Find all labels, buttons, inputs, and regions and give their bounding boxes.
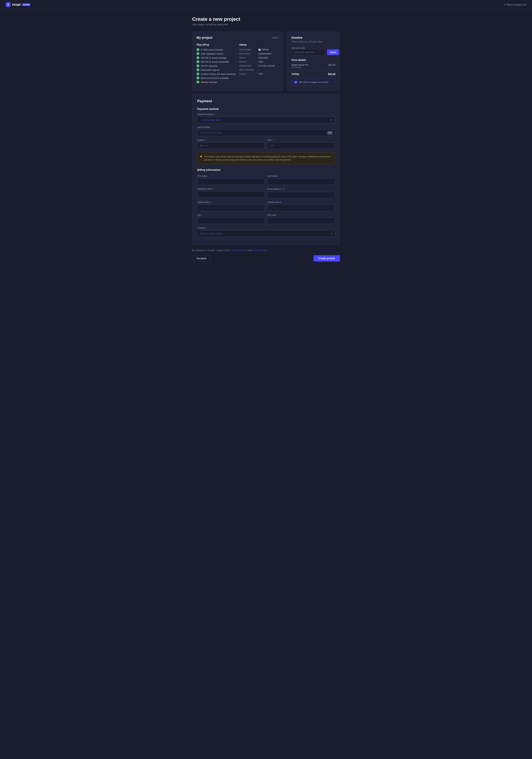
cvc-input[interactable] xyxy=(267,142,335,149)
setup-row: Repository strapi/project xyxy=(239,52,279,55)
setup-section: Setup Git provider ⬤ GitHub Repository s… xyxy=(239,43,279,85)
header: S strapi CLOUD ↺ Back to projects list xyxy=(0,0,532,9)
plan-feature-text: Multi-environment available xyxy=(201,77,229,79)
plan-title: Plan (Pro) xyxy=(197,43,237,46)
setup-row: Deployment At every commit xyxy=(239,64,279,67)
check-icon xyxy=(197,48,199,51)
address2-field: Address line 2 xyxy=(267,201,335,211)
setup-basedir-value: / xyxy=(258,68,259,71)
email-input[interactable] xyxy=(267,192,335,198)
project-card: My project Edit ✏ Plan (Pro) 5 CMS seats… xyxy=(192,31,284,91)
footer-section: By clicking on "Create", I agree to the … xyxy=(192,249,340,262)
payment-warning-box: The chosen card will be used for all pro… xyxy=(197,152,335,164)
discount-code-label: Discount code xyxy=(291,47,305,49)
plan-feature-text: 150 GB of assets storage xyxy=(201,57,227,59)
apply-button[interactable]: Apply xyxy=(327,49,339,55)
setup-row: Branch main xyxy=(239,60,279,63)
privacy-policy-link[interactable]: Privacy Policy xyxy=(253,249,267,252)
city-label: City * xyxy=(197,214,265,216)
invoice-info-box: i $99 will be charged next month. xyxy=(291,78,335,86)
check-icon xyxy=(197,72,199,75)
expires-label: Expires * xyxy=(197,139,265,141)
plan-feature-item: 1M API requests xyxy=(197,64,237,67)
footer-actions: Go back Create project xyxy=(192,255,340,262)
invoice-card: Invoice This is what you will pay today … xyxy=(287,31,340,91)
country-label: Country * xyxy=(197,227,335,229)
first-name-input[interactable] xyxy=(197,178,265,185)
expires-input[interactable] xyxy=(197,142,265,149)
plan-feature-item: Weekly backups xyxy=(197,81,237,83)
terms-of-service-link[interactable]: Terms of Service xyxy=(231,249,248,252)
address1-input[interactable] xyxy=(197,205,265,211)
card-input-wrapper xyxy=(197,130,335,136)
strapi-logo-icon: S xyxy=(6,2,11,7)
city-zip-row: City * ZIP code * xyxy=(197,214,335,224)
page-subtitle: Lets create something awesome! xyxy=(192,23,340,26)
first-name-label: First name xyxy=(197,175,265,177)
line-item-amount: $52.80 xyxy=(328,63,335,66)
last-name-input[interactable] xyxy=(267,178,335,185)
line-item-name: Strapi Cloud Pro xyxy=(291,63,308,66)
create-project-button[interactable]: Create project xyxy=(314,255,340,261)
line-item-sub: This month xyxy=(291,66,308,68)
plan-section: Plan (Pro) 5 CMS seats included 100k dat… xyxy=(197,43,237,85)
back-to-projects-link[interactable]: ↺ Back to projects list xyxy=(504,3,526,6)
dropdown-arrow-icon: ▼ xyxy=(330,119,332,121)
company-name-input[interactable] xyxy=(197,191,265,198)
project-card-header: My project Edit ✏ xyxy=(197,36,279,40)
plan-feature-text: Selectable regions xyxy=(201,69,219,71)
setup-name-value: myproject xyxy=(258,56,268,59)
check-icon xyxy=(197,56,199,59)
plan-feature-item: 5 CMS seats included xyxy=(197,48,237,51)
plan-feature-text: 5 CMS seats included xyxy=(201,48,223,51)
plan-feature-item: Multi-environment available xyxy=(197,77,237,79)
address1-field: Address line 1 * xyxy=(197,201,265,211)
payment-section: Payment Payment method Payment method * … xyxy=(192,94,340,245)
edit-label: Edit xyxy=(273,36,277,39)
total-row: TOTAL $52.80 xyxy=(291,73,335,75)
cvc-label: CVC * xyxy=(267,139,335,141)
city-input[interactable] xyxy=(197,218,265,224)
price-details-title: Price details xyxy=(291,59,335,61)
payment-section-title: Payment xyxy=(197,99,335,103)
pencil-icon: ✏ xyxy=(277,36,279,39)
city-field: City * xyxy=(197,214,265,224)
country-select[interactable]: Select or enter a value xyxy=(197,230,335,237)
setup-row: Base directory / xyxy=(239,68,279,71)
setup-name-label: Name xyxy=(239,56,257,59)
payment-method-select[interactable]: + Add another card ▼ xyxy=(197,117,335,123)
setup-deployment-label: Deployment xyxy=(239,64,257,67)
discount-code-input[interactable] xyxy=(291,49,325,55)
country-select-wrapper: Select or enter a value xyxy=(197,230,335,237)
github-icon: ⬤ xyxy=(258,48,262,51)
price-row: Strapi Cloud Pro This month $52.80 xyxy=(291,63,335,68)
info-message: $99 will be charged next month. xyxy=(299,81,329,83)
zip-input[interactable] xyxy=(267,218,335,224)
setup-title: Setup xyxy=(239,43,279,46)
total-amount: $52.80 xyxy=(328,73,335,75)
discount-row: Apply xyxy=(291,49,335,55)
go-back-button[interactable]: Go back xyxy=(192,255,210,262)
last-name-field: Last name xyxy=(267,175,335,185)
plan-feature-item: Selectable regions xyxy=(197,68,237,71)
back-link-text: Back to projects list xyxy=(507,3,526,6)
edit-button[interactable]: Edit ✏ xyxy=(273,36,279,39)
logo: S strapi CLOUD xyxy=(6,2,30,7)
plan-feature-text: Content history (14 days retention) xyxy=(201,73,236,75)
billing-section-title: Billing information xyxy=(197,168,335,171)
email-label: Email address * ⓘ xyxy=(267,188,335,191)
footer-terms: By clicking on "Create", I agree to the … xyxy=(192,249,340,252)
setup-branch-label: Branch xyxy=(239,60,257,63)
check-icon xyxy=(197,68,199,71)
country-field: Country * Select or enter a value xyxy=(197,227,335,237)
main-content: Create a new project Lets create somethi… xyxy=(189,9,343,272)
setup-git-value: ⬤ GitHub xyxy=(258,48,269,51)
address2-input[interactable] xyxy=(267,205,335,211)
page-title: Create a new project xyxy=(192,17,340,22)
plan-feature-text: 100k database entries xyxy=(201,53,223,55)
plan-feature-item: 150 GB of assets storage xyxy=(197,56,237,59)
setup-row: Region USA xyxy=(239,72,279,75)
card-number-input[interactable] xyxy=(197,130,335,136)
cvc-field: CVC * xyxy=(267,139,335,149)
last-name-label: Last name xyxy=(267,175,335,177)
